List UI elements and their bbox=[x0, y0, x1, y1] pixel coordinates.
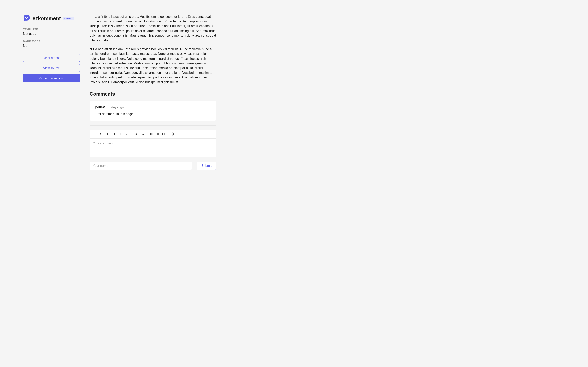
bold-button[interactable] bbox=[91, 132, 97, 137]
link-icon bbox=[135, 132, 138, 136]
unordered-list-button[interactable] bbox=[119, 132, 124, 137]
body-paragraph-1: urna, a finibus lacus dui quis eros. Ves… bbox=[90, 14, 216, 43]
toolbar-separator bbox=[168, 132, 168, 136]
meta-value-template: Not used bbox=[23, 32, 80, 36]
editor-toolbar: 123 bbox=[90, 130, 216, 139]
submit-button[interactable]: Submit bbox=[197, 162, 216, 170]
svg-point-14 bbox=[151, 134, 152, 134]
eye-icon bbox=[150, 132, 153, 136]
ordered-list-icon: 123 bbox=[126, 132, 129, 136]
svg-rect-11 bbox=[127, 135, 129, 135]
bold-icon bbox=[93, 132, 96, 136]
body-paragraph-2: Nulla non efficitur diam. Phasellus grav… bbox=[90, 47, 216, 85]
unordered-list-icon bbox=[120, 132, 123, 136]
meta-value-darkmode: No bbox=[23, 44, 80, 48]
toolbar-separator bbox=[111, 132, 111, 136]
sidebar-buttons: Other demos View source Go to ezkomment bbox=[23, 54, 80, 82]
ordered-list-button[interactable]: 123 bbox=[125, 132, 130, 137]
toolbar-separator bbox=[132, 132, 132, 136]
italic-icon bbox=[99, 132, 102, 136]
meta-template: TEMPLATE Not used bbox=[23, 28, 80, 36]
comments-heading: Comments bbox=[90, 91, 216, 97]
go-home-button[interactable]: Go to ezkomment bbox=[23, 74, 80, 82]
svg-rect-1 bbox=[121, 133, 123, 133]
meta-label-darkmode: DARK MODE bbox=[23, 40, 80, 43]
comment-time: 4 days ago bbox=[109, 105, 124, 109]
comment-body: First comment in this page. bbox=[95, 112, 211, 116]
demo-badge: DEMO bbox=[63, 17, 74, 20]
quote-icon bbox=[114, 132, 117, 136]
link-button[interactable] bbox=[134, 132, 139, 137]
comment-author: joulev bbox=[95, 105, 105, 109]
comment-card: joulev 4 days ago First comment in this … bbox=[90, 100, 216, 121]
main-content: urna, a finibus lacus dui quis eros. Ves… bbox=[90, 14, 216, 170]
side-by-side-button[interactable] bbox=[155, 132, 160, 137]
fullscreen-button[interactable] bbox=[161, 132, 166, 137]
view-source-button[interactable]: View source bbox=[23, 64, 80, 72]
svg-rect-9 bbox=[127, 134, 129, 134]
submit-row: Submit bbox=[90, 162, 216, 170]
svg-point-13 bbox=[142, 133, 142, 134]
logo-row: ezkomment DEMO bbox=[23, 14, 80, 22]
sidebar: ezkomment DEMO TEMPLATE Not used DARK MO… bbox=[23, 14, 80, 170]
meta-label-template: TEMPLATE bbox=[23, 28, 80, 31]
image-button[interactable] bbox=[140, 132, 145, 137]
comment-textarea[interactable]: Your comment bbox=[90, 139, 216, 157]
other-demos-button[interactable]: Other demos bbox=[23, 54, 80, 62]
svg-rect-7 bbox=[127, 133, 129, 133]
svg-point-2 bbox=[120, 134, 121, 134]
name-input[interactable] bbox=[90, 162, 192, 170]
app-name: ezkomment bbox=[33, 15, 61, 22]
fullscreen-icon bbox=[162, 132, 165, 136]
preview-button[interactable] bbox=[148, 132, 154, 137]
heading-button[interactable] bbox=[104, 132, 109, 137]
svg-rect-5 bbox=[121, 134, 123, 135]
svg-point-4 bbox=[120, 134, 121, 135]
help-button[interactable] bbox=[169, 132, 175, 137]
svg-point-0 bbox=[120, 133, 121, 133]
logo-icon bbox=[23, 14, 30, 22]
svg-text:3: 3 bbox=[126, 134, 127, 135]
quote-button[interactable] bbox=[112, 132, 118, 137]
comment-editor: 123 bbox=[90, 130, 216, 157]
help-icon bbox=[171, 132, 174, 136]
toolbar-separator bbox=[147, 132, 147, 136]
svg-rect-3 bbox=[121, 134, 123, 134]
heading-icon bbox=[105, 132, 108, 136]
comment-header: joulev 4 days ago bbox=[95, 105, 211, 109]
image-icon bbox=[141, 132, 144, 136]
columns-icon bbox=[156, 132, 159, 136]
svg-point-18 bbox=[172, 134, 173, 135]
meta-darkmode: DARK MODE No bbox=[23, 40, 80, 48]
italic-button[interactable] bbox=[98, 132, 103, 137]
